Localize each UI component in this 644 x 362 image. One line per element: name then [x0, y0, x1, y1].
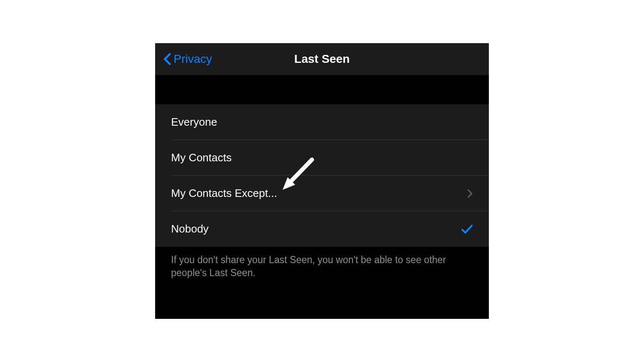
- back-label: Privacy: [174, 52, 212, 66]
- spacer: [155, 75, 489, 104]
- settings-screen: Privacy Last Seen LWABETAINFO Everyone M…: [155, 43, 489, 319]
- footer-description: If you don't share your Last Seen, you w…: [155, 247, 489, 286]
- option-label: Everyone: [171, 116, 217, 129]
- chevron-right-icon: [467, 189, 473, 198]
- option-my-contacts-except[interactable]: My Contacts Except...: [155, 176, 489, 211]
- options-list: Everyone My Contacts My Contacts Except.…: [155, 104, 489, 247]
- back-button[interactable]: Privacy: [164, 52, 212, 66]
- option-my-contacts[interactable]: My Contacts: [155, 140, 489, 176]
- option-nobody[interactable]: Nobody: [155, 211, 489, 247]
- navigation-bar: Privacy Last Seen: [155, 43, 489, 75]
- option-label: Nobody: [171, 222, 209, 235]
- chevron-left-icon: [164, 53, 171, 65]
- checkmark-icon: [461, 224, 473, 235]
- option-label: My Contacts: [171, 151, 232, 164]
- option-everyone[interactable]: Everyone: [155, 104, 489, 140]
- option-label: My Contacts Except...: [171, 187, 277, 200]
